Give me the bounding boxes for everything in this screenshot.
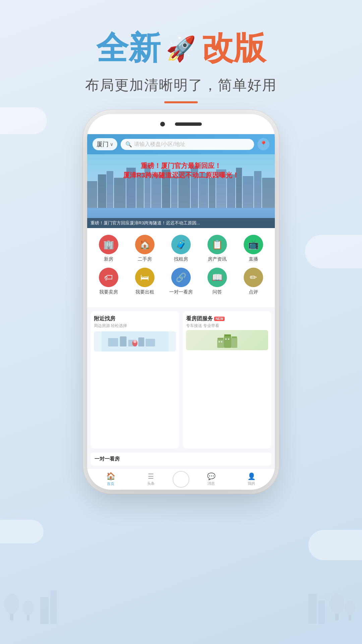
tour-title: 看房团服务 — [186, 315, 213, 322]
svg-rect-44 — [224, 336, 231, 348]
svg-rect-23 — [171, 176, 178, 208]
banner[interactable]: 重磅！厦门官方最新回应！ 厦漳R3跨海隧道迟迟不动工原因曝光！ 重磅！厦门官方回… — [87, 154, 275, 228]
tour-card[interactable]: 看房团服务 NEW 专车接送 专业带看 — [183, 311, 272, 448]
nearby-card[interactable]: 附近找房 周边房源 轻松选择 — [90, 311, 179, 448]
svg-rect-33 — [262, 178, 275, 208]
banner-bottom-text: 重磅！厦门官方回应厦漳R3跨海隧道！迟迟不动工原因... — [90, 220, 272, 226]
qa-label: 问答 — [213, 289, 222, 295]
phone-camera — [160, 122, 165, 126]
city-name: 厦门 — [97, 140, 109, 148]
tour-subtitle: 专车接送 专业带看 — [186, 323, 268, 329]
svg-rect-49 — [221, 341, 222, 342]
icon-news[interactable]: 📋 房产资讯 — [202, 235, 232, 262]
onetoone-label: 一对一看房 — [169, 289, 193, 295]
cloud-decoration — [0, 520, 44, 543]
svg-point-41 — [133, 340, 137, 343]
phone-speaker — [175, 122, 202, 126]
app-content: 厦门 ∨ 🔍 请输入楼盘/小区/地址 📍 — [87, 134, 275, 490]
svg-point-1 — [4, 594, 19, 614]
icon-review[interactable]: ✏ 点评 — [238, 268, 268, 295]
svg-point-7 — [345, 600, 355, 615]
review-label: 点评 — [249, 289, 258, 295]
news-icon: 📋 — [207, 235, 227, 254]
message-nav-icon: 💬 — [207, 472, 216, 480]
new-house-icon: 🏢 — [99, 235, 118, 254]
icon-live[interactable]: 📺 直播 — [238, 235, 268, 262]
qa-icon: 📖 — [207, 268, 227, 287]
icon-new-house[interactable]: 🏢 新房 — [94, 235, 124, 262]
icons-row-2: 🏷 我要卖房 🛏 我要出租 🔗 一对一看房 📖 问答 ✏ 点评 — [90, 268, 272, 295]
dropdown-arrow: ∨ — [110, 142, 113, 147]
new-badge: NEW — [214, 317, 225, 321]
decorative-buildings — [0, 577, 362, 624]
lease-icon: 🛏 — [135, 268, 155, 287]
svg-rect-50 — [225, 338, 227, 340]
icon-sell[interactable]: 🏷 我要卖房 — [94, 268, 124, 295]
home-button[interactable] — [173, 471, 189, 488]
icons-grid: 🏢 新房 🏠 二手房 🧳 找租房 📋 房产资讯 📺 直播 — [87, 228, 275, 307]
icon-qa[interactable]: 📖 问答 — [202, 268, 232, 295]
new-house-label: 新房 — [104, 256, 113, 262]
svg-rect-9 — [50, 590, 57, 624]
svg-rect-17 — [114, 178, 126, 208]
subtitle: 布局更加清晰明了，简单好用 — [0, 76, 362, 95]
phone-mockup: 厦门 ∨ 🔍 请输入楼盘/小区/地址 📍 — [87, 114, 275, 490]
title-left: 全新 — [96, 27, 161, 70]
search-header: 厦门 ∨ 🔍 请输入楼盘/小区/地址 📍 — [87, 134, 275, 154]
city-selector[interactable]: 厦门 ∨ — [93, 138, 117, 150]
nav-message[interactable]: 💬 消息 — [191, 472, 231, 486]
svg-rect-51 — [228, 338, 229, 340]
svg-rect-36 — [120, 336, 127, 346]
tour-image — [186, 330, 268, 350]
decorative-line — [164, 101, 198, 103]
location-button[interactable]: 📍 — [257, 138, 269, 150]
nav-headline[interactable]: ☰ 头条 — [131, 472, 171, 486]
svg-rect-35 — [108, 338, 118, 346]
nearby-map — [94, 331, 176, 352]
icon-onetoone[interactable]: 🔗 一对一看房 — [166, 268, 196, 295]
message-nav-label: 消息 — [207, 481, 215, 486]
svg-rect-42 — [217, 339, 224, 348]
search-box[interactable]: 🔍 请输入楼盘/小区/地址 — [121, 139, 254, 150]
lease-label: 我要出租 — [135, 289, 154, 295]
cloud-decoration — [308, 530, 362, 560]
sell-label: 我要卖房 — [99, 289, 118, 295]
nav-home[interactable]: 🏠 首页 — [90, 472, 131, 486]
rent-label: 找租房 — [174, 256, 188, 262]
live-icon: 📺 — [244, 235, 263, 254]
review-icon: ✏ — [244, 268, 263, 287]
search-icon: 🔍 — [125, 141, 132, 148]
onetoone-bar[interactable]: 一对一看房 — [90, 452, 272, 466]
headline-nav-icon: ☰ — [148, 472, 154, 480]
onetoone-bar-title: 一对一看房 — [95, 456, 120, 462]
icon-second-house[interactable]: 🏠 二手房 — [130, 235, 160, 262]
header-section: 全新 🚀 改版 布局更加清晰明了，简单好用 — [0, 27, 362, 103]
svg-rect-39 — [146, 339, 155, 346]
svg-rect-11 — [318, 600, 325, 624]
title-right: 改版 — [201, 27, 266, 70]
home-nav-icon: 🏠 — [106, 472, 115, 481]
news-label: 房产资讯 — [208, 256, 227, 262]
bottom-nav: 🏠 首页 ☰ 头条 💬 消息 👤 我的 — [87, 468, 275, 490]
svg-rect-27 — [209, 178, 216, 208]
phone-top-bar — [87, 114, 275, 134]
icons-row-1: 🏢 新房 🏠 二手房 🧳 找租房 📋 房产资讯 📺 直播 — [90, 235, 272, 262]
icon-lease[interactable]: 🛏 我要出租 — [130, 268, 160, 295]
banner-main-text: 重磅！厦门官方最新回应！ 厦漳R3跨海隧道迟迟不动工原因曝光！ — [93, 161, 269, 180]
live-label: 直播 — [249, 256, 258, 262]
svg-point-3 — [23, 600, 34, 615]
rocket-icon: 🚀 — [166, 35, 196, 63]
search-placeholder: 请输入楼盘/小区/地址 — [134, 141, 185, 148]
sell-icon: 🏷 — [99, 268, 118, 287]
icon-rent[interactable]: 🧳 找租房 — [166, 235, 196, 262]
bottom-cards: 附近找房 周边房源 轻松选择 — [87, 307, 275, 452]
cloud-decoration — [0, 107, 47, 134]
onetoone-icon: 🔗 — [171, 268, 191, 287]
home-nav-label: 首页 — [107, 481, 114, 486]
second-house-icon: 🏠 — [135, 235, 155, 254]
nav-mine[interactable]: 👤 我的 — [231, 472, 272, 486]
svg-rect-46 — [231, 338, 237, 348]
svg-rect-31 — [243, 176, 253, 208]
banner-text: 重磅！厦门官方最新回应！ 厦漳R3跨海隧道迟迟不动工原因曝光！ — [87, 161, 275, 180]
main-title: 全新 🚀 改版 — [0, 27, 362, 70]
